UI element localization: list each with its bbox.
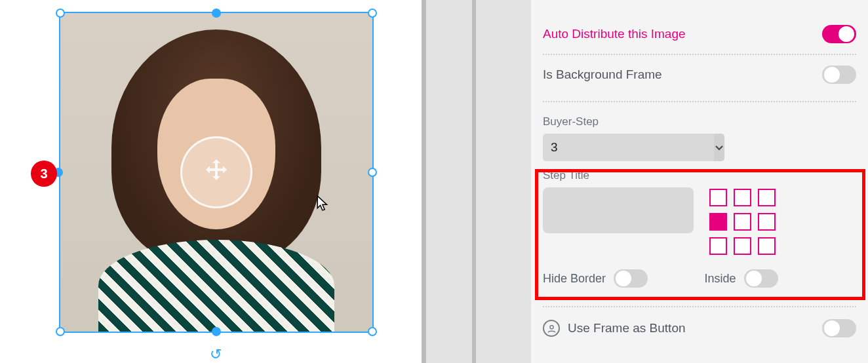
row-use-frame-as-button: Use Frame as Button bbox=[543, 306, 856, 337]
selected-image-frame[interactable] bbox=[59, 12, 374, 333]
resize-handle-sw[interactable] bbox=[56, 327, 65, 336]
inside-toggle[interactable] bbox=[744, 269, 778, 288]
inspector-panel: Auto Distribute this Image Is Background… bbox=[531, 0, 868, 363]
row-is-background: Is Background Frame bbox=[543, 54, 856, 94]
chevron-down-icon[interactable] bbox=[714, 134, 724, 161]
step-badge: 3 bbox=[31, 161, 57, 187]
anchor-n[interactable] bbox=[734, 189, 751, 206]
step-title-input[interactable] bbox=[543, 187, 694, 233]
svg-point-0 bbox=[549, 325, 553, 328]
resize-handle-n[interactable] bbox=[212, 9, 221, 18]
resize-handle-nw[interactable] bbox=[56, 9, 65, 18]
step-title-label: Step Title bbox=[543, 169, 856, 182]
canvas-area[interactable]: 3 ↺ bbox=[0, 0, 420, 363]
resize-handle-ne[interactable] bbox=[368, 9, 377, 18]
hide-border-toggle[interactable] bbox=[614, 269, 648, 288]
buyer-step-value[interactable] bbox=[543, 134, 714, 161]
cursor-arrow-icon bbox=[316, 195, 330, 214]
auto-distribute-toggle[interactable] bbox=[822, 25, 856, 43]
anchor-w[interactable] bbox=[709, 213, 727, 231]
anchor-e[interactable] bbox=[758, 213, 776, 231]
use-frame-as-button-toggle[interactable] bbox=[822, 319, 856, 337]
section-step-title: Step Title Hide Border Inside bbox=[543, 169, 856, 288]
resize-handle-e[interactable] bbox=[368, 168, 377, 177]
anchor-ne[interactable] bbox=[758, 189, 776, 206]
anchor-c[interactable] bbox=[734, 213, 751, 231]
anchor-grid[interactable] bbox=[709, 189, 776, 255]
buyer-step-label: Buyer-Step bbox=[543, 115, 856, 128]
use-frame-as-button-label: Use Frame as Button bbox=[568, 321, 686, 335]
is-background-toggle[interactable] bbox=[822, 66, 856, 84]
user-icon bbox=[543, 320, 560, 337]
auto-distribute-label: Auto Distribute this Image bbox=[543, 27, 686, 41]
inside-label: Inside bbox=[705, 272, 736, 286]
undo-icon[interactable]: ↺ bbox=[210, 346, 222, 363]
anchor-se[interactable] bbox=[758, 237, 776, 255]
move-handle[interactable] bbox=[180, 136, 252, 208]
section-buyer-step: Buyer-Step bbox=[543, 101, 856, 161]
is-background-label: Is Background Frame bbox=[543, 67, 662, 82]
anchor-nw[interactable] bbox=[709, 189, 727, 206]
buyer-step-select[interactable] bbox=[543, 134, 694, 161]
panel-divider[interactable] bbox=[420, 0, 531, 363]
hide-border-label: Hide Border bbox=[543, 272, 606, 286]
resize-handle-s[interactable] bbox=[212, 327, 221, 336]
move-arrows-icon bbox=[201, 157, 232, 188]
anchor-sw[interactable] bbox=[709, 237, 727, 255]
anchor-s[interactable] bbox=[734, 237, 751, 255]
row-auto-distribute: Auto Distribute this Image bbox=[543, 18, 856, 54]
resize-handle-se[interactable] bbox=[368, 327, 377, 336]
